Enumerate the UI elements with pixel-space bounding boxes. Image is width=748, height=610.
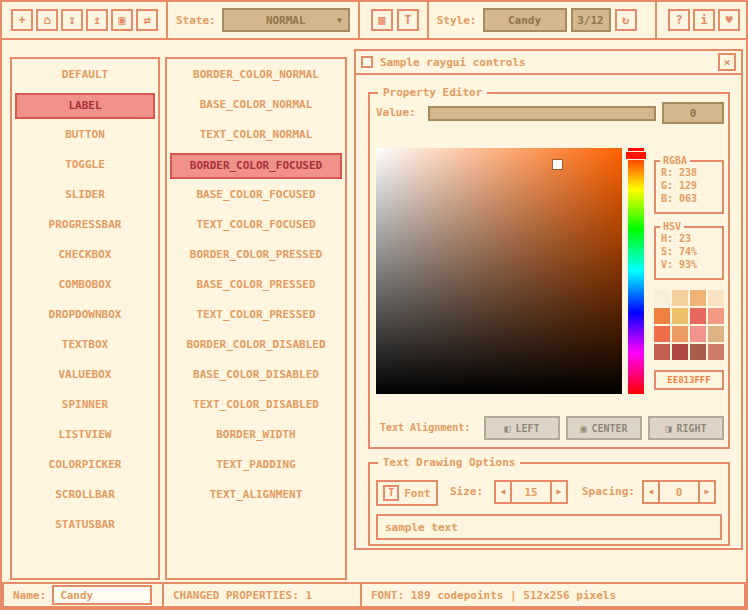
new-style-button[interactable]: +: [11, 9, 33, 31]
size-increase-button[interactable]: ▶: [550, 480, 568, 504]
palette-swatch[interactable]: [690, 308, 706, 324]
control-list-item[interactable]: DROPDOWNBOX: [15, 303, 155, 329]
palette-swatch[interactable]: [690, 326, 706, 342]
palette-swatch[interactable]: [654, 344, 670, 360]
style-index-button[interactable]: 3/12: [571, 8, 611, 32]
property-editor-title: Property Editor: [378, 86, 487, 99]
import-style-button[interactable]: ↧: [61, 9, 83, 31]
hue-bar[interactable]: [628, 148, 644, 394]
property-list-item[interactable]: BASE_COLOR_NORMAL: [170, 93, 342, 119]
hex-value-text: EE813FFF: [667, 375, 710, 385]
property-list-item[interactable]: BORDER_COLOR_PRESSED: [170, 243, 342, 269]
align-left-button[interactable]: ◧ LEFT: [484, 416, 560, 440]
palette-swatch[interactable]: [654, 290, 670, 306]
control-list-item[interactable]: SCROLLBAR: [15, 483, 155, 509]
control-list-item[interactable]: COLORPICKER: [15, 453, 155, 479]
name-label: Name:: [13, 589, 46, 602]
control-list-item[interactable]: SLIDER: [15, 183, 155, 209]
style-name-box[interactable]: Candy: [483, 8, 567, 32]
reload-style-button[interactable]: ↻: [615, 9, 637, 31]
property-list-item[interactable]: TEXT_COLOR_DISABLED: [170, 393, 342, 419]
property-list-item[interactable]: BASE_COLOR_DISABLED: [170, 363, 342, 389]
control-list-item[interactable]: TEXTBOX: [15, 333, 155, 359]
sample-controls-window: Sample raygui controls × Property Editor…: [354, 49, 743, 550]
control-list-item[interactable]: DEFAULT: [15, 63, 155, 89]
palette-swatch[interactable]: [654, 308, 670, 324]
property-list-item-selected[interactable]: BORDER_COLOR_FOCUSED: [170, 153, 342, 179]
letter-t-icon: T: [404, 13, 411, 27]
status-changed-segment: CHANGED PROPERTIES: 1: [162, 582, 362, 608]
palette-swatch[interactable]: [672, 326, 688, 342]
style-name-value: Candy: [508, 14, 541, 27]
close-icon: ×: [724, 56, 731, 69]
color-picker[interactable]: [376, 148, 622, 394]
hex-value-box[interactable]: EE813FFF: [654, 370, 724, 390]
control-list-item-selected[interactable]: LABEL: [15, 93, 155, 119]
palette-swatch[interactable]: [690, 344, 706, 360]
property-list-item[interactable]: BORDER_COLOR_DISABLED: [170, 333, 342, 359]
palette-swatch[interactable]: [708, 290, 724, 306]
state-dropdown[interactable]: NORMAL ▼: [222, 8, 350, 32]
spacing-increase-button[interactable]: ▶: [698, 480, 716, 504]
property-list-item[interactable]: BASE_COLOR_PRESSED: [170, 273, 342, 299]
pack-style-button[interactable]: ▣: [111, 9, 133, 31]
info-button[interactable]: i: [693, 9, 715, 31]
control-list-item[interactable]: VALUEBOX: [15, 363, 155, 389]
picker-cursor[interactable]: [553, 160, 562, 169]
value-box[interactable]: 0: [662, 102, 724, 124]
align-center-button[interactable]: ▣ CENTER: [566, 416, 642, 440]
style-table-button[interactable]: ▦: [371, 9, 393, 31]
palette-swatch[interactable]: [672, 344, 688, 360]
palette-swatch[interactable]: [708, 308, 724, 324]
control-list-item[interactable]: CHECKBOX: [15, 243, 155, 269]
open-style-button[interactable]: ⌂: [36, 9, 58, 31]
palette-swatch[interactable]: [708, 344, 724, 360]
control-list-item[interactable]: STATUSBAR: [15, 513, 155, 539]
sample-text-input[interactable]: sample text: [376, 514, 722, 540]
property-list-item[interactable]: TEXT_COLOR_FOCUSED: [170, 213, 342, 239]
randomize-style-button[interactable]: ⇄: [136, 9, 158, 31]
font-atlas-button[interactable]: T: [397, 9, 419, 31]
property-list-item[interactable]: TEXT_PADDING: [170, 453, 342, 479]
align-right-button[interactable]: ◨ RIGHT: [648, 416, 724, 440]
property-list-item[interactable]: BORDER_COLOR_NORMAL: [170, 63, 342, 89]
spacing-value[interactable]: 0: [660, 480, 698, 504]
control-list-item[interactable]: BUTTON: [15, 123, 155, 149]
reload-icon: ↻: [622, 13, 629, 27]
control-list-item[interactable]: LISTVIEW: [15, 423, 155, 449]
hue-cursor[interactable]: [625, 151, 647, 160]
spacing-decrease-button[interactable]: ◀: [642, 480, 660, 504]
arrow-right-icon: ▶: [705, 487, 710, 496]
property-list-item[interactable]: BASE_COLOR_FOCUSED: [170, 183, 342, 209]
style-name-input[interactable]: Candy: [52, 585, 152, 605]
palette-swatch[interactable]: [672, 308, 688, 324]
property-list-item[interactable]: BORDER_WIDTH: [170, 423, 342, 449]
align-right-icon: ◨: [665, 423, 671, 434]
load-font-button[interactable]: T Font: [376, 480, 438, 506]
toolbar-separator: [427, 2, 429, 38]
control-list-item[interactable]: SPINNER: [15, 393, 155, 419]
control-list-item[interactable]: COMBOBOX: [15, 273, 155, 299]
palette-swatch[interactable]: [654, 326, 670, 342]
property-list-item[interactable]: TEXT_COLOR_NORMAL: [170, 123, 342, 149]
text-alignment-label: Text Alignment:: [380, 422, 470, 433]
property-list-item[interactable]: TEXT_COLOR_PRESSED: [170, 303, 342, 329]
control-list-item[interactable]: PROGRESSBAR: [15, 213, 155, 239]
size-decrease-button[interactable]: ◀: [494, 480, 512, 504]
size-value[interactable]: 15: [512, 480, 550, 504]
property-list-item[interactable]: TEXT_ALIGNMENT: [170, 483, 342, 509]
control-list-item[interactable]: TOGGLE: [15, 153, 155, 179]
export-style-button[interactable]: ↥: [86, 9, 108, 31]
size-label: Size:: [450, 485, 483, 498]
window-titlebar[interactable]: Sample raygui controls ×: [356, 51, 741, 75]
load-font-label: Font: [404, 487, 431, 500]
align-right-label: RIGHT: [676, 423, 706, 434]
palette-swatch[interactable]: [690, 290, 706, 306]
value-slider[interactable]: [428, 106, 656, 121]
sponsor-button[interactable]: ♥: [718, 9, 740, 31]
palette-swatch[interactable]: [672, 290, 688, 306]
status-bar: Name: Candy CHANGED PROPERTIES: 1 FONT: …: [2, 582, 746, 608]
palette-swatch[interactable]: [708, 326, 724, 342]
close-button[interactable]: ×: [718, 53, 736, 71]
help-button[interactable]: ?: [668, 9, 690, 31]
